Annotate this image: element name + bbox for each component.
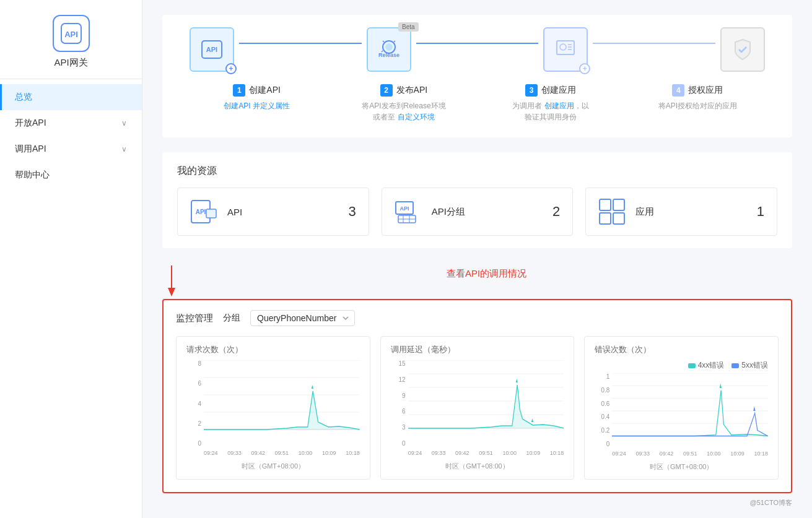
- sidebar-item-call-api[interactable]: 调用API ∨: [0, 136, 142, 162]
- monitoring-group-select[interactable]: QueryPhoneNumber: [250, 310, 355, 326]
- chart-latency-footer: 时区（GMT+08:00）: [391, 462, 564, 471]
- step1-icon: API +: [190, 27, 234, 72]
- steps-labels: 1 创建API 创建API 并定义属性 2 发布API 将API发布到Relea…: [177, 84, 777, 123]
- svg-rect-23: [600, 213, 611, 224]
- svg-rect-14: [206, 209, 216, 218]
- chart-latency: 调用延迟（毫秒） 15 12 9 6 3 0: [380, 336, 575, 480]
- step3-desc: 为调用者 创建应用，以验证其调用身份: [512, 100, 588, 123]
- svg-text:API: API: [206, 46, 217, 53]
- main-content: API + Beta Release: [142, 0, 812, 518]
- sidebar-logo: API API网关: [0, 0, 142, 79]
- resource-card-api-name: API: [227, 207, 338, 217]
- step1-title: 创建API: [249, 85, 281, 96]
- legend-4xx: 4xx错误: [688, 360, 725, 371]
- svg-rect-21: [600, 199, 611, 210]
- chevron-down-icon: ∨: [121, 145, 127, 153]
- resource-card-apigroup-count: 2: [552, 204, 560, 220]
- chart-errors-title: 错误次数（次）: [595, 344, 768, 355]
- sidebar-item-help[interactable]: 帮助中心: [0, 162, 142, 188]
- svg-text:API: API: [64, 30, 78, 39]
- chevron-down-icon: ∨: [121, 119, 127, 127]
- step3-icon-wrap: +: [543, 27, 588, 72]
- legend-4xx-dot: [688, 363, 696, 368]
- step3-icon: +: [543, 27, 588, 72]
- step3-plus-icon: +: [579, 63, 590, 74]
- app-card-icon: [598, 198, 626, 225]
- step4-icon: [720, 27, 765, 72]
- chart-errors-legend: 4xx错误 5xx错误: [595, 360, 768, 371]
- svg-rect-24: [613, 213, 624, 224]
- step2-label: 2 发布API 将API发布到Release环境或者至 自定义环境: [342, 84, 466, 123]
- chart-requests-title: 请求次数（次）: [186, 344, 360, 355]
- step1-num: 1: [233, 84, 245, 97]
- step2-icon-wrap: Beta Release: [367, 27, 411, 72]
- steps-section: API + Beta Release: [162, 15, 792, 137]
- legend-5xx: 5xx错误: [731, 360, 768, 371]
- resource-card-app-count: 1: [757, 204, 764, 220]
- resource-card-api-count: 3: [348, 204, 356, 220]
- step1-plus-icon: +: [225, 63, 237, 74]
- sidebar-item-overview[interactable]: 总览: [0, 84, 142, 110]
- svg-marker-51: [754, 407, 756, 411]
- apigroup-card-icon: API: [395, 198, 422, 225]
- step3-title: 创建应用: [541, 85, 576, 96]
- chart-errors-inner: [612, 373, 768, 447]
- svg-text:API: API: [399, 205, 409, 212]
- chart-errors-area: 1 0.8 0.6 0.4 0.2 0: [595, 373, 768, 460]
- chart-latency-inner: [408, 360, 564, 447]
- chart-latency-title: 调用延迟（毫秒）: [391, 344, 564, 355]
- sidebar-item-open-api[interactable]: 开放API ∨: [0, 110, 142, 136]
- chart-requests: 请求次数（次） 8 6 4 2 0: [176, 336, 370, 480]
- step2-num: 2: [380, 84, 393, 97]
- resource-card-app-name: 应用: [635, 206, 746, 218]
- resource-card-app[interactable]: 应用 1: [585, 188, 777, 236]
- svg-text:Release: Release: [378, 52, 399, 58]
- monitoring-title: 监控管理: [176, 313, 213, 324]
- steps-diagram: API + Beta Release: [177, 27, 777, 72]
- svg-text:API: API: [196, 209, 206, 215]
- svg-marker-33: [204, 391, 360, 430]
- step4-title: 授权应用: [688, 85, 723, 96]
- svg-rect-6: [557, 41, 574, 54]
- chart-requests-area: 8 6 4 2 0: [186, 360, 360, 459]
- step1-icon-wrap: API +: [190, 27, 234, 72]
- svg-marker-43: [531, 418, 533, 422]
- step3-num: 3: [525, 84, 538, 97]
- step4-num: 4: [672, 84, 684, 97]
- step1-desc: 创建API 并定义属性: [224, 100, 290, 111]
- svg-marker-42: [515, 379, 517, 382]
- connector-1-2: [239, 43, 362, 44]
- charts-row: 请求次数（次） 8 6 4 2 0: [176, 336, 779, 480]
- sidebar-logo-text: API网关: [54, 57, 87, 69]
- chart-requests-x-axis: 09:24 09:33 09:42 09:51 10:00 10:09 10:1…: [204, 447, 360, 459]
- annotation-text: 查看API的调用情况: [181, 268, 792, 280]
- chart-errors-y-axis: 1 0.8 0.6 0.4 0.2 0: [595, 373, 609, 447]
- resources-title: 我的资源: [177, 165, 777, 178]
- resource-card-apigroup[interactable]: API API分组 2: [382, 188, 574, 236]
- svg-point-7: [560, 44, 566, 50]
- step1-label: 1 创建API 创建API 并定义属性: [195, 84, 319, 111]
- legend-5xx-dot: [731, 363, 739, 368]
- sidebar: API API网关 总览 开放API ∨ 调用API ∨ 帮助中心: [0, 0, 142, 518]
- beta-badge: Beta: [398, 22, 419, 32]
- svg-rect-22: [613, 199, 624, 210]
- step2-icon: Beta Release: [367, 27, 411, 72]
- chart-requests-inner: [204, 360, 360, 447]
- resources-section: 我的资源 API API 3: [162, 152, 792, 248]
- chart-requests-y-axis: 8 6 4 2 0: [186, 360, 201, 447]
- resource-card-apigroup-name: API分组: [432, 206, 543, 218]
- watermark: @51CTO博客: [162, 498, 792, 507]
- resource-cards: API API 3 API: [177, 188, 777, 236]
- monitoring-header: 监控管理 分组 QueryPhoneNumber: [176, 310, 779, 326]
- chart-errors: 错误次数（次） 4xx错误 5xx错误 1: [584, 336, 779, 480]
- svg-marker-41: [408, 385, 564, 428]
- sidebar-nav: 总览 开放API ∨ 调用API ∨ 帮助中心: [0, 79, 142, 188]
- step4-icon-wrap: [720, 27, 765, 72]
- step3-label: 3 创建应用 为调用者 创建应用，以验证其调用身份: [489, 84, 613, 123]
- connector-2-3: [416, 43, 539, 44]
- api-gateway-logo-icon: API: [53, 15, 90, 52]
- monitoring-group-label: 分组: [223, 313, 240, 324]
- resource-card-api[interactable]: API API 3: [177, 188, 369, 236]
- chart-latency-y-axis: 15 12 9 6 3 0: [391, 360, 406, 447]
- chart-errors-footer: 时区（GMT+08:00）: [595, 462, 768, 472]
